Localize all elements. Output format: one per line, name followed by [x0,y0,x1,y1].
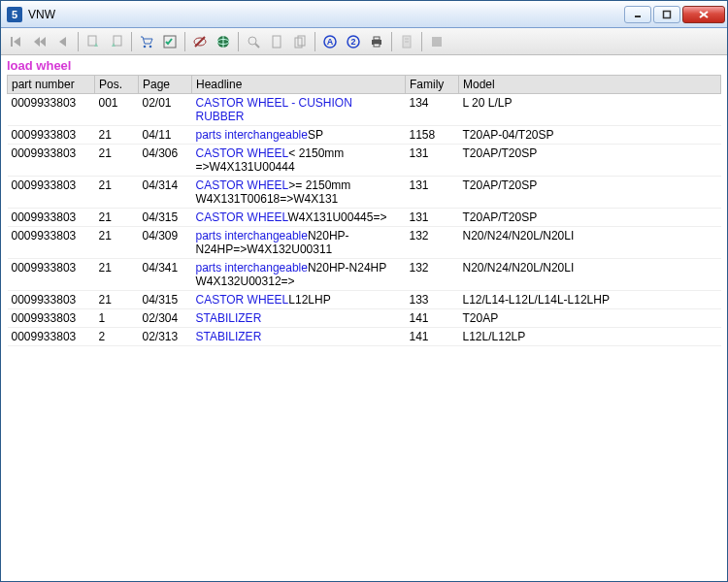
table-row[interactable]: 00099338032104/309parts interchangeableN… [8,227,721,259]
first-icon[interactable] [5,31,28,52]
export-right-icon[interactable] [105,31,128,52]
table-row[interactable]: 00099338032104/341parts interchangeableN… [8,259,721,291]
headline-link[interactable]: CASTOR WHEEL - CUSHION RUBBER [196,96,352,123]
stop-icon[interactable] [425,31,448,52]
cell-part: 0009933803 [8,309,95,328]
table-row[interactable]: 000993380300102/01CASTOR WHEEL - CUSHION… [8,94,721,126]
cell-headline: parts interchangeableSP [192,126,406,145]
titlebar: 5 VNW [1,1,727,28]
headline-link[interactable]: CASTOR WHEEL [196,210,288,224]
content-area: load wheel part number Pos. Page Headlin… [1,55,727,581]
toolbar-separator [184,32,185,51]
checklist-icon[interactable] [158,31,182,52]
col-header-model[interactable]: Model [459,76,721,94]
table-row[interactable]: 0009933803202/313STABILIZER141L12L/L12LP [8,328,721,346]
table-row[interactable]: 00099338032104/315CASTOR WHEELL12LHP133L… [8,291,721,309]
cell-part: 0009933803 [8,291,95,309]
cell-page: 02/01 [139,94,192,126]
cell-family: 141 [406,328,459,346]
cell-pos: 21 [95,209,139,227]
cell-page: 02/304 [139,309,192,328]
col-header-family[interactable]: Family [406,76,459,94]
window-title: VNW [28,8,624,21]
globe-icon[interactable] [212,31,235,52]
cell-pos: 21 [95,145,139,177]
cell-family: 131 [406,177,459,209]
cell-model: T20AP [459,309,721,328]
cell-pos: 21 [95,126,139,145]
svg-rect-32 [374,44,380,47]
table-header-row: part number Pos. Page Headline Family Mo… [8,76,721,94]
maximize-button[interactable] [653,6,680,23]
cell-model: T20AP/T20SP [459,177,721,209]
cell-headline: CASTOR WHEELL12LHP [192,291,406,309]
toolbar-separator [421,32,422,51]
two-circle-icon[interactable]: 2 [342,31,365,52]
prev-icon[interactable] [51,31,75,52]
table-row[interactable]: 00099338032104/315CASTOR WHEELW4X131U004… [8,209,721,227]
cell-model: T20AP/T20SP [459,209,721,227]
svg-rect-1 [664,11,671,17]
headline-extra: SP [308,128,323,142]
minimize-button[interactable] [624,6,651,23]
doc-icon[interactable] [395,31,418,52]
cell-part: 0009933803 [8,177,95,209]
svg-point-13 [144,45,147,48]
cell-family: 133 [406,291,459,309]
cell-pos: 21 [95,291,139,309]
svg-text:A: A [327,37,334,47]
headline-extra: L12LHP [288,293,330,307]
svg-point-21 [248,37,256,45]
cell-part: 0009933803 [8,94,95,126]
app-icon: 5 [7,7,22,22]
cell-family: 131 [406,209,459,227]
headline-link[interactable]: parts interchangeable [196,229,308,242]
headline-link[interactable]: parts interchangeable [196,128,308,142]
pages-icon[interactable] [288,31,312,52]
toolbar-separator [131,32,132,51]
cell-family: 132 [406,227,459,259]
cart-icon[interactable] [135,31,158,52]
col-header-part[interactable]: part number [8,76,95,94]
table-row[interactable]: 00099338032104/11parts interchangeableSP… [8,126,721,145]
cell-pos: 2 [95,328,139,346]
cell-headline: parts interchangeableN20HP-N24HP W4X132U… [192,259,406,291]
page-icon[interactable] [265,31,288,52]
cell-pos: 001 [95,94,139,126]
cell-part: 0009933803 [8,259,95,291]
cell-family: 141 [406,309,459,328]
search-term-label: load wheel [7,57,721,75]
cell-part: 0009933803 [8,126,95,145]
headline-link[interactable]: STABILIZER [196,311,262,325]
window-controls [624,6,725,23]
col-header-headline[interactable]: Headline [192,76,406,94]
print-icon[interactable] [365,31,388,52]
export-left-icon[interactable] [82,31,105,52]
headline-link[interactable]: CASTOR WHEEL [196,178,289,192]
headline-link[interactable]: CASTOR WHEEL [196,146,289,160]
cell-family: 132 [406,259,459,291]
table-row[interactable]: 00099338032104/306CASTOR WHEEL< 2150mm =… [8,145,721,177]
headline-link[interactable]: CASTOR WHEEL [196,293,289,307]
a-circle-icon[interactable]: A [318,31,342,52]
headline-link[interactable]: STABILIZER [196,330,262,343]
table-row[interactable]: 00099338032104/314CASTOR WHEEL>= 2150mm … [8,177,721,209]
cell-family: 131 [406,145,459,177]
cell-part: 0009933803 [8,227,95,259]
cell-headline: STABILIZER [192,328,406,346]
cell-headline: STABILIZER [192,309,406,328]
zoom-icon[interactable] [242,31,265,52]
eye-off-icon[interactable] [188,31,212,52]
close-button[interactable] [682,6,725,23]
cell-model: N20/N24/N20L/N20LI [459,259,721,291]
table-row[interactable]: 0009933803102/304STABILIZER141T20AP [8,309,721,328]
toolbar-separator [238,32,239,51]
headline-link[interactable]: parts interchangeable [196,261,308,275]
col-header-page[interactable]: Page [139,76,192,94]
prev-fast-icon[interactable] [28,31,51,52]
cell-headline: CASTOR WHEELW4X131U00445=> [192,209,406,227]
cell-page: 04/11 [139,126,192,145]
cell-family: 134 [406,94,459,126]
svg-marker-12 [112,43,116,47]
col-header-pos[interactable]: Pos. [95,76,139,94]
